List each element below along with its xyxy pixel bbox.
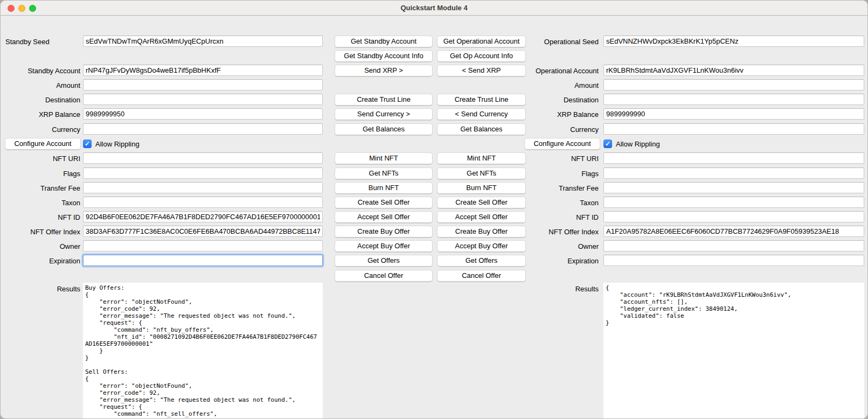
op-create-buy-offer-button[interactable]: Create Buy Offer [437, 226, 526, 238]
standby-expiration-label: Expiration [4, 256, 80, 266]
standby-currency-input[interactable] [83, 123, 323, 135]
op-results-text[interactable]: { "account": "rK9LBRhStdmtAaVdJXGVF1LnKW… [603, 283, 864, 419]
op-allow-rippling-checkbox[interactable] [603, 139, 612, 148]
op-create-sell-offer-button[interactable]: Create Sell Offer [437, 197, 526, 208]
standby-account-input[interactable] [83, 65, 323, 76]
standby-owner-label: Owner [4, 242, 80, 251]
op-get-nfts-button[interactable]: Get NFTs [437, 167, 526, 179]
op-owner-input[interactable] [603, 240, 864, 252]
op-cancel-offer-button[interactable]: Cancel Offer [437, 270, 526, 282]
op-currency-input[interactable] [603, 123, 864, 135]
op-create-trust-line-button[interactable]: Create Trust Line [437, 94, 526, 106]
standby-xrp-balance-input[interactable] [83, 108, 323, 120]
op-burn-nft-button[interactable]: Burn NFT [437, 182, 526, 194]
standby-results-label: Results [4, 284, 80, 294]
standby-destination-input[interactable] [83, 94, 323, 105]
standby-get-offers-button[interactable]: Get Offers [335, 255, 433, 267]
get-standby-account-info-button[interactable]: Get Standby Account Info [335, 50, 433, 62]
standby-expiration-input[interactable] [83, 255, 323, 266]
get-op-account-info-button[interactable]: Get Op Account Info [437, 50, 526, 62]
operational-seed-label: Operational Seed [522, 37, 599, 46]
op-amount-label: Amount [522, 81, 599, 90]
op-xrp-balance-input[interactable] [603, 108, 864, 120]
standby-nft-id-input[interactable] [83, 211, 323, 222]
op-transfer-fee-input[interactable] [603, 182, 864, 193]
standby-destination-label: Destination [4, 95, 80, 104]
app-window: Quickstart Module 4 Standby Seed Standby… [0, 0, 868, 419]
standby-account-label: Standby Account [4, 66, 80, 75]
standby-nft-offer-index-input[interactable] [83, 226, 323, 237]
op-allow-rippling-label: Allow Rippling [616, 139, 660, 149]
standby-create-trust-line-button[interactable]: Create Trust Line [335, 94, 433, 106]
standby-flags-label: Flags [4, 169, 80, 178]
standby-amount-input[interactable] [83, 79, 323, 90]
standby-burn-nft-button[interactable]: Burn NFT [335, 182, 433, 194]
op-nft-uri-label: NFT URI [522, 154, 599, 163]
standby-create-sell-offer-button[interactable]: Create Sell Offer [335, 197, 433, 208]
standby-configure-account-button[interactable]: Configure Account [5, 138, 81, 150]
standby-accept-buy-offer-button[interactable]: Accept Buy Offer [335, 240, 433, 252]
op-nft-offer-index-label: NFT Offer Index [522, 227, 599, 236]
op-nft-id-label: NFT ID [522, 213, 599, 222]
get-standby-account-button[interactable]: Get Standby Account [335, 36, 433, 47]
op-accept-sell-offer-button[interactable]: Accept Sell Offer [437, 211, 526, 223]
standby-xrp-balance-label: XRP Balance [4, 110, 80, 119]
op-xrp-balance-label: XRP Balance [522, 110, 599, 119]
operational-account-label: Operational Account [522, 66, 599, 75]
standby-seed-input[interactable] [83, 36, 323, 47]
standby-seed-label: Standby Seed [5, 37, 82, 46]
standby-get-balances-button[interactable]: Get Balances [335, 123, 433, 135]
standby-nft-uri-label: NFT URI [4, 154, 80, 163]
op-get-offers-button[interactable]: Get Offers [437, 255, 526, 267]
op-currency-label: Currency [522, 125, 599, 134]
standby-nft-id-label: NFT ID [4, 213, 80, 222]
standby-mint-nft-button[interactable]: Mint NFT [335, 152, 433, 164]
standby-accept-sell-offer-button[interactable]: Accept Sell Offer [335, 211, 433, 223]
op-owner-label: Owner [522, 242, 599, 251]
op-results-label: Results [522, 284, 599, 294]
standby-results-text[interactable]: Buy Offers: { "error": "objectNotFound",… [83, 283, 323, 419]
op-mint-nft-button[interactable]: Mint NFT [437, 152, 526, 164]
standby-allow-rippling-label: Allow Rippling [95, 139, 140, 149]
op-destination-label: Destination [522, 95, 599, 104]
op-taxon-input[interactable] [603, 197, 864, 208]
standby-create-buy-offer-button[interactable]: Create Buy Offer [335, 226, 433, 238]
standby-flags-input[interactable] [83, 167, 323, 179]
op-nft-uri-input[interactable] [603, 152, 864, 164]
op-nft-id-input[interactable] [603, 211, 864, 222]
send-xrp-left-button[interactable]: < Send XRP [437, 65, 526, 76]
operational-seed-input[interactable] [603, 36, 864, 47]
standby-results-content: Buy Offers: { "error": "objectNotFound",… [83, 283, 323, 419]
send-xrp-right-button[interactable]: Send XRP > [335, 65, 433, 76]
standby-get-nfts-button[interactable]: Get NFTs [335, 167, 433, 179]
op-configure-account-button[interactable]: Configure Account [524, 138, 600, 150]
op-destination-input[interactable] [603, 94, 864, 105]
op-accept-buy-offer-button[interactable]: Accept Buy Offer [437, 240, 526, 252]
send-currency-right-button[interactable]: Send Currency > [335, 108, 433, 120]
standby-allow-rippling-checkbox[interactable] [83, 139, 92, 148]
op-expiration-label: Expiration [522, 256, 599, 266]
standby-transfer-fee-input[interactable] [83, 182, 323, 193]
standby-nft-uri-input[interactable] [83, 152, 323, 164]
operational-account-input[interactable] [603, 65, 864, 76]
op-flags-label: Flags [522, 169, 599, 178]
standby-currency-label: Currency [4, 125, 80, 134]
op-nft-offer-index-input[interactable] [603, 226, 864, 237]
main-content: Standby Seed Standby Account Amount Dest… [1, 16, 867, 418]
standby-cancel-offer-button[interactable]: Cancel Offer [335, 270, 433, 282]
op-flags-input[interactable] [603, 167, 864, 179]
title-bar: Quickstart Module 4 [1, 1, 867, 16]
standby-taxon-input[interactable] [83, 197, 323, 208]
op-amount-input[interactable] [603, 79, 864, 90]
op-taxon-label: Taxon [522, 198, 599, 207]
send-currency-left-button[interactable]: < Send Currency [437, 108, 526, 120]
standby-amount-label: Amount [4, 81, 80, 90]
standby-nft-offer-index-label: NFT Offer Index [4, 227, 80, 236]
op-expiration-input[interactable] [603, 255, 864, 266]
get-operational-account-button[interactable]: Get Operational Account [437, 36, 526, 47]
op-get-balances-button[interactable]: Get Balances [437, 123, 526, 135]
op-transfer-fee-label: Transfer Fee [522, 184, 599, 193]
standby-owner-input[interactable] [83, 240, 323, 252]
window-title: Quickstart Module 4 [1, 1, 867, 16]
standby-transfer-fee-label: Transfer Fee [4, 184, 80, 193]
